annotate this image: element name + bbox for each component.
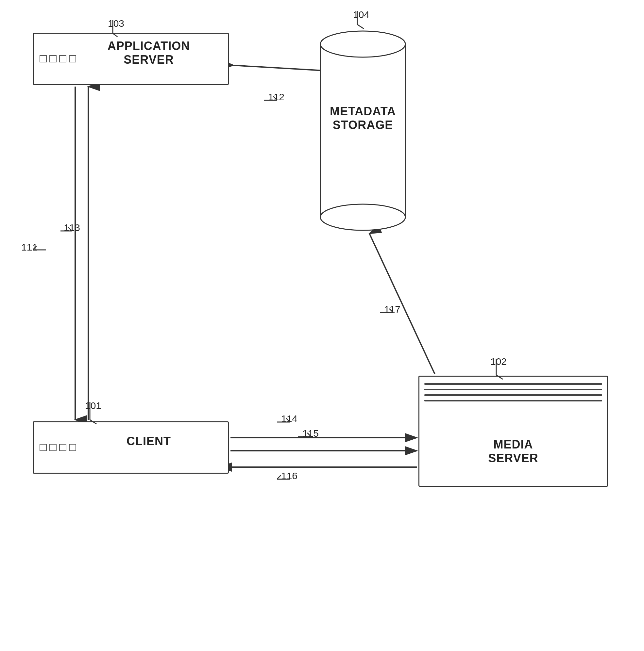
client-label: CLIENT — [72, 434, 226, 448]
tick-112 — [264, 95, 282, 106]
tick-101 — [80, 402, 100, 425]
app-server-label: APPLICATION SERVER — [72, 39, 226, 67]
tick-117 — [380, 307, 398, 318]
tick-111 — [33, 244, 52, 256]
svg-line-28 — [307, 433, 311, 437]
app-server-indicators — [39, 55, 76, 62]
metadata-storage-label: METADATA STORAGE — [324, 104, 402, 132]
tick-104 — [348, 11, 367, 29]
svg-point-13 — [320, 204, 405, 230]
client-indicators — [39, 444, 76, 451]
svg-line-22 — [273, 96, 277, 100]
indicator-3 — [59, 55, 66, 62]
indicator-2 — [49, 55, 57, 62]
svg-line-18 — [33, 246, 37, 250]
media-drive-2 — [424, 389, 602, 390]
media-drive-1 — [424, 383, 602, 385]
media-drive-4 — [424, 400, 602, 401]
arrow-117 — [370, 234, 435, 374]
media-drive-3 — [424, 394, 602, 396]
svg-line-7 — [113, 33, 119, 37]
svg-line-16 — [357, 25, 364, 29]
svg-line-9 — [90, 420, 96, 424]
media-server-box — [418, 376, 608, 487]
media-server-label: MEDIA SERVER — [428, 438, 598, 465]
client-indicator-3 — [59, 444, 66, 451]
client-indicator-1 — [39, 444, 47, 451]
svg-line-26 — [286, 418, 290, 422]
tick-115 — [298, 431, 316, 443]
svg-line-11 — [496, 375, 503, 379]
client-indicator-2 — [49, 444, 57, 451]
tick-116 — [277, 474, 296, 485]
tick-103 — [103, 20, 123, 37]
svg-point-14 — [320, 31, 405, 57]
svg-line-24 — [389, 309, 393, 313]
indicator-1 — [39, 55, 47, 62]
tick-102 — [487, 359, 506, 380]
diagram-container: APPLICATION SERVER 103 CLIENT 101 — [0, 0, 644, 651]
svg-line-30 — [277, 475, 281, 479]
svg-line-20 — [68, 227, 72, 231]
tick-113 — [60, 225, 77, 237]
tick-114 — [277, 416, 295, 428]
